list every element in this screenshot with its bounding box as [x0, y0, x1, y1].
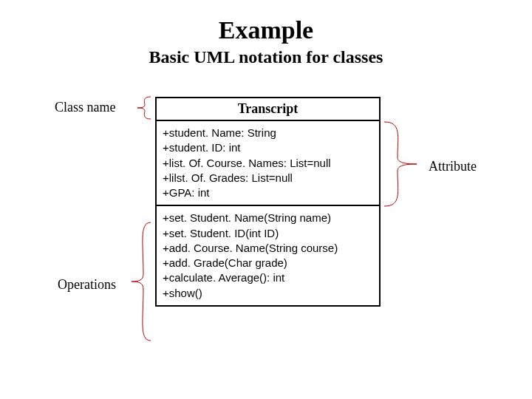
uml-attribute-row: +student. ID: int	[163, 140, 373, 155]
uml-operation-row: +set. Student. ID(int ID)	[163, 226, 373, 241]
brace-class-name	[132, 97, 151, 119]
uml-operation-row: +show()	[163, 286, 373, 301]
uml-operation-row: +set. Student. Name(String name)	[163, 211, 373, 225]
label-operations: Operations	[58, 277, 116, 293]
page-subtitle: Basic UML notation for classes	[0, 47, 532, 67]
diagram-stage: Transcript +student. Name: String +stude…	[0, 75, 532, 392]
uml-operation-row: +add. Course. Name(String course)	[163, 241, 373, 256]
uml-attribute-row: +lilst. Of. Grades: List=null	[163, 171, 373, 185]
page-title: Example	[0, 0, 532, 44]
uml-attribute-compartment: +student. Name: String +student. ID: int…	[157, 121, 379, 206]
brace-attribute	[384, 122, 420, 206]
uml-class-box: Transcript +student. Name: String +stude…	[155, 97, 381, 307]
uml-operation-row: +calculate. Average(): int	[163, 270, 373, 285]
uml-class-name: Transcript	[157, 98, 379, 121]
uml-attribute-row: +student. Name: String	[163, 126, 373, 140]
uml-operation-row: +add. Grade(Char grade)	[163, 256, 373, 270]
uml-attribute-row: +GPA: int	[163, 185, 373, 200]
label-attribute: Attribute	[429, 159, 477, 174]
uml-attribute-row: +list. Of. Course. Names: List=null	[163, 156, 373, 171]
brace-operations	[127, 222, 151, 341]
uml-operation-compartment: +set. Student. Name(String name) +set. S…	[157, 206, 379, 305]
label-class-name: Class name	[55, 100, 116, 115]
